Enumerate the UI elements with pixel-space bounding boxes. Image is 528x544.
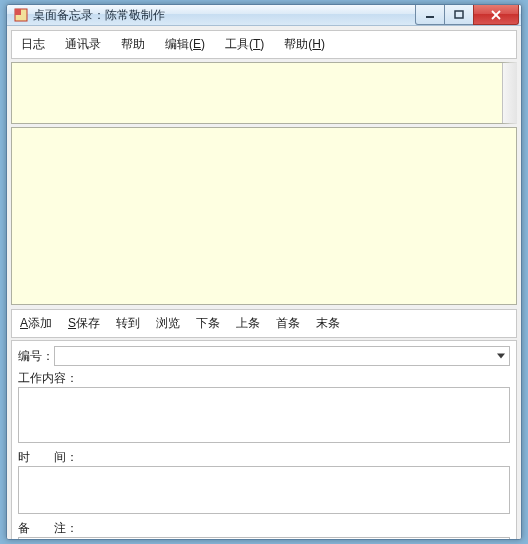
last-button[interactable]: 末条	[312, 313, 344, 334]
app-window: 桌面备忘录：陈常敬制作 日志 通讯录 帮助 编辑(E) 工具(T) 帮助(H)	[6, 4, 522, 540]
minimize-button[interactable]	[415, 5, 445, 25]
content-field[interactable]	[18, 387, 510, 443]
menu-contacts[interactable]: 通讯录	[60, 34, 106, 55]
window-title: 桌面备忘录：陈常敬制作	[33, 7, 165, 24]
window-controls	[416, 5, 519, 25]
maximize-button[interactable]	[444, 5, 474, 25]
add-button[interactable]: A添加	[16, 313, 56, 334]
top-text-pane[interactable]	[11, 62, 517, 124]
next-button[interactable]: 下条	[192, 313, 224, 334]
client-area: 日志 通讯录 帮助 编辑(E) 工具(T) 帮助(H) A添加 S保存 转到 浏…	[7, 26, 521, 540]
menu-edit[interactable]: 编辑(E)	[160, 34, 210, 55]
menu-help2[interactable]: 帮助(H)	[279, 34, 330, 55]
mid-text-pane[interactable]	[11, 127, 517, 305]
svg-rect-1	[15, 9, 21, 15]
prev-button[interactable]: 上条	[232, 313, 264, 334]
content-label: 工作内容：	[18, 370, 78, 387]
record-toolbar: A添加 S保存 转到 浏览 下条 上条 首条 末条	[11, 309, 517, 338]
number-combobox[interactable]	[54, 346, 510, 366]
titlebar[interactable]: 桌面备忘录：陈常敬制作	[7, 5, 521, 26]
goto-button[interactable]: 转到	[112, 313, 144, 334]
close-button[interactable]	[473, 5, 519, 25]
time-label: 时 间：	[18, 449, 78, 466]
remark-label: 备 注：	[18, 520, 78, 537]
menu-log[interactable]: 日志	[16, 34, 50, 55]
first-button[interactable]: 首条	[272, 313, 304, 334]
save-button[interactable]: S保存	[64, 313, 104, 334]
menu-tools[interactable]: 工具(T)	[220, 34, 269, 55]
menu-help[interactable]: 帮助	[116, 34, 150, 55]
menubar: 日志 通讯录 帮助 编辑(E) 工具(T) 帮助(H)	[11, 30, 517, 59]
app-icon	[13, 7, 29, 23]
remark-field[interactable]	[18, 537, 510, 540]
browse-button[interactable]: 浏览	[152, 313, 184, 334]
time-field[interactable]	[18, 466, 510, 514]
svg-rect-3	[455, 11, 463, 18]
number-label: 编号：	[18, 348, 54, 365]
form-area: 编号： 工作内容： 时 间： 备 注：	[11, 340, 517, 540]
